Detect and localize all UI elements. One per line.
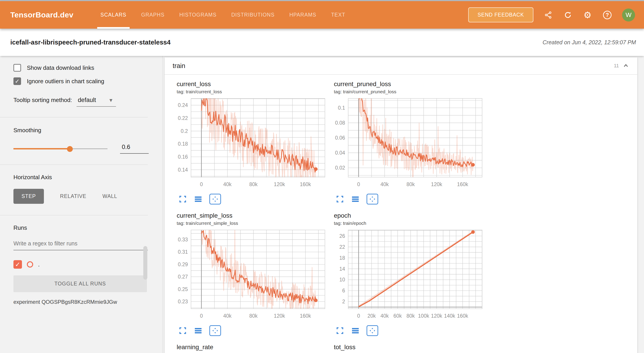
chart-plot[interactable]: 040k80k120k160k0.10.080.060.040.02 xyxy=(328,97,484,191)
chart-tag: tag: train/learning_rate xyxy=(170,352,325,353)
settings-gear-icon[interactable]: ⚙ xyxy=(583,10,592,20)
settings-sidebar: Show data download links ✓ Ignore outlie… xyxy=(0,56,163,353)
ignore-outliers-checkbox[interactable]: ✓ xyxy=(14,77,21,85)
scalar-chart-card: learning_rate tag: train/learning_rate 0… xyxy=(170,344,325,353)
horizontal-axis-buttons: STEP RELATIVE WALL xyxy=(0,189,162,204)
log-scale-toggle-icon[interactable] xyxy=(351,326,360,335)
svg-text:0.18: 0.18 xyxy=(178,141,188,147)
svg-text:120k: 120k xyxy=(431,313,442,319)
tab-histograms[interactable]: HISTOGRAMS xyxy=(172,1,224,29)
experiment-header: icefall-asr-librispeech-pruned-transduce… xyxy=(0,29,644,56)
fullscreen-icon[interactable] xyxy=(336,195,344,203)
axis-relative-button[interactable]: RELATIVE xyxy=(60,193,86,199)
help-icon[interactable]: ? xyxy=(602,10,612,20)
svg-text:120k: 120k xyxy=(274,181,285,187)
fullscreen-icon[interactable] xyxy=(178,326,187,335)
tooltip-sorting-select[interactable]: default ▼ xyxy=(76,97,116,107)
fit-domain-icon[interactable] xyxy=(209,194,221,204)
chart-plot[interactable]: 020k40k60k80k100k120k140k160k26221814106… xyxy=(328,229,484,322)
chevron-up-icon[interactable] xyxy=(622,62,629,69)
toggle-all-runs-button[interactable]: TOGGLE ALL RUNS xyxy=(14,275,147,292)
train-section-header[interactable]: train 11 xyxy=(164,57,637,75)
horizontal-axis-label: Horizontal Axis xyxy=(0,174,162,181)
svg-text:0.22: 0.22 xyxy=(178,115,188,121)
tooltip-sorting-row: Tooltip sorting method: default ▼ xyxy=(0,97,162,107)
svg-text:0: 0 xyxy=(200,181,203,187)
svg-text:40k: 40k xyxy=(223,313,232,319)
sidebar-scrollbar[interactable] xyxy=(143,246,147,280)
axis-wall-button[interactable]: WALL xyxy=(102,193,117,199)
train-card: train 11 current_loss tag: train/current… xyxy=(164,57,637,353)
chart-toolbar xyxy=(178,193,325,205)
tab-text[interactable]: TEXT xyxy=(324,1,353,29)
fit-domain-icon[interactable] xyxy=(366,194,378,204)
svg-text:20k: 20k xyxy=(368,313,376,319)
smoothing-slider[interactable] xyxy=(14,146,108,151)
ignore-outliers-row[interactable]: ✓ Ignore outliers in chart scaling xyxy=(0,77,162,85)
svg-text:80k: 80k xyxy=(406,181,415,187)
chart-plot[interactable]: 040k80k120k160k0.240.220.20.180.160.14 xyxy=(170,97,327,191)
svg-text:0.02: 0.02 xyxy=(335,165,345,171)
chart-tag: tag: train/current_pruned_loss xyxy=(328,89,482,94)
tab-hparams[interactable]: HPARAMS xyxy=(282,1,324,29)
fit-domain-icon[interactable] xyxy=(209,325,221,336)
svg-text:22: 22 xyxy=(339,244,345,250)
svg-text:140k: 140k xyxy=(444,313,455,319)
user-avatar[interactable]: W xyxy=(622,8,635,21)
scalar-chart-card: current_loss tag: train/current_loss 040… xyxy=(170,80,325,205)
chart-title: learning_rate xyxy=(170,344,325,351)
svg-text:0: 0 xyxy=(200,313,203,319)
svg-text:0.29: 0.29 xyxy=(178,262,188,267)
share-icon[interactable] xyxy=(543,10,553,20)
svg-text:0.31: 0.31 xyxy=(178,249,188,255)
checkbox-label: Show data download links xyxy=(27,64,94,71)
svg-text:60k: 60k xyxy=(394,313,402,319)
navbar-right: SEND FEEDBACK ⚙ ? W xyxy=(468,7,635,22)
svg-text:0.16: 0.16 xyxy=(178,154,188,160)
svg-text:6: 6 xyxy=(342,288,345,294)
run-list-item[interactable]: ✓ . xyxy=(0,260,162,269)
scalar-chart-card: tot_loss tag: train/tot_loss 040k80k120k… xyxy=(328,344,482,353)
svg-text:0.24: 0.24 xyxy=(178,102,188,108)
tab-graphs[interactable]: GRAPHS xyxy=(134,1,172,29)
created-timestamp: Created on Jun 4, 2022, 12:59:07 PM xyxy=(542,39,636,46)
run-color-swatch xyxy=(27,261,33,268)
chart-tag: tag: train/current_simple_loss xyxy=(170,221,325,226)
smoothing-control: 0.6 xyxy=(0,144,162,154)
chart-tag: tag: train/tot_loss xyxy=(328,352,482,353)
smoothing-value[interactable]: 0.6 xyxy=(120,144,149,154)
runs-filter-input[interactable] xyxy=(14,240,148,250)
divider xyxy=(0,164,148,165)
refresh-icon[interactable] xyxy=(563,10,573,20)
log-scale-toggle-icon[interactable] xyxy=(351,195,360,204)
tab-scalars[interactable]: SCALARS xyxy=(93,1,134,29)
scalar-chart-card: current_simple_loss tag: train/current_s… xyxy=(170,212,325,337)
log-scale-toggle-icon[interactable] xyxy=(194,195,203,204)
fit-domain-icon[interactable] xyxy=(366,325,378,336)
svg-text:80k: 80k xyxy=(249,313,258,319)
fullscreen-icon[interactable] xyxy=(178,195,187,203)
show-download-links-row[interactable]: Show data download links xyxy=(0,64,162,72)
log-scale-toggle-icon[interactable] xyxy=(194,326,203,335)
axis-step-button[interactable]: STEP xyxy=(14,189,44,204)
slider-handle[interactable] xyxy=(67,146,73,152)
chart-title: current_simple_loss xyxy=(170,212,325,219)
svg-text:40k: 40k xyxy=(380,313,389,319)
chart-plot[interactable]: 040k80k120k160k0.330.310.290.270.250.23 xyxy=(170,229,327,322)
send-feedback-button[interactable]: SEND FEEDBACK xyxy=(468,7,534,22)
scalar-chart-card: epoch tag: train/epoch 020k40k60k80k100k… xyxy=(328,212,482,337)
svg-text:40k: 40k xyxy=(380,181,389,187)
selected-value: default xyxy=(78,97,96,104)
fullscreen-icon[interactable] xyxy=(336,326,344,335)
run-checkbox[interactable]: ✓ xyxy=(14,260,22,269)
tab-distributions[interactable]: DISTRIBUTIONS xyxy=(224,1,282,29)
show-download-links-checkbox[interactable] xyxy=(14,64,21,72)
svg-text:160k: 160k xyxy=(457,181,468,187)
svg-text:80k: 80k xyxy=(249,181,258,187)
section-title: train xyxy=(173,62,185,69)
main-area: train 11 current_loss tag: train/current… xyxy=(163,56,644,353)
chart-toolbar xyxy=(336,193,482,205)
chart-toolbar xyxy=(336,324,482,337)
chart-title: current_loss xyxy=(170,80,325,88)
svg-text:0.1: 0.1 xyxy=(338,105,345,111)
